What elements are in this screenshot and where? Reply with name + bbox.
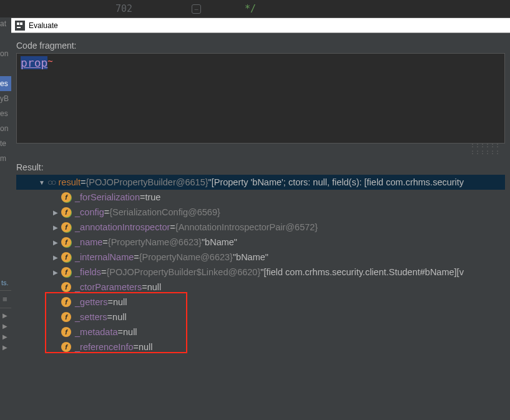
field-value: null: [147, 282, 162, 292]
result-tree[interactable]: ▼ ○○ result = {POJOPropertyBuilder@6615}…: [16, 175, 505, 354]
field-name: _fields: [75, 267, 101, 277]
line-number: 702: [115, 3, 132, 14]
comment-text: */: [245, 3, 256, 14]
tree-row[interactable]: ▶f_fields = {POJOPropertyBuilder$Linked@…: [16, 265, 505, 280]
field-name: _forSerialization: [75, 192, 140, 202]
resize-grip-icon[interactable]: ::::::::::::: [471, 142, 501, 155]
field-value: null: [139, 342, 153, 352]
field-value: "bName": [233, 252, 268, 262]
toolwindow-sidebar-fragment: ts. ≡ ▶▶▶▶: [0, 276, 11, 420]
field-name: _ctorParameters: [75, 282, 142, 292]
tree-row[interactable]: f_setters = null: [16, 310, 505, 325]
tree-row[interactable]: f_metadata = null: [16, 325, 505, 339]
field-type: {POJOPropertyBuilder$Linked@6620}: [106, 267, 260, 277]
field-icon: f: [61, 222, 71, 232]
tree-row[interactable]: ▶f_internalName = {PropertyName@6623} "b…: [16, 250, 505, 265]
field-icon: f: [61, 282, 71, 292]
gutter-icon: –: [192, 4, 201, 14]
evaluate-dialog: Evaluate Code fragment: prop~ ::::::::::…: [11, 17, 510, 420]
expand-arrow-icon[interactable]: ▶: [51, 254, 60, 261]
field-icon: f: [61, 237, 71, 247]
field-name: _metadata: [75, 327, 118, 337]
field-name: _getters: [75, 297, 107, 307]
field-name: _internalName: [75, 252, 134, 262]
tree-row[interactable]: f_referenceInfo = null: [16, 339, 505, 354]
field-name: _name: [75, 237, 102, 247]
field-value: null: [112, 312, 127, 322]
field-icon: f: [61, 312, 71, 322]
error-squiggle: ~: [47, 56, 51, 66]
tree-row[interactable]: f_ctorParameters = null: [16, 280, 505, 295]
code-text: prop: [21, 56, 47, 69]
field-icon: f: [61, 327, 71, 337]
field-type: {SerializationConfig@6569}: [109, 207, 220, 217]
field-icon: f: [61, 252, 71, 262]
svg-rect-1: [17, 22, 19, 25]
field-type: {PropertyName@6623}: [108, 237, 202, 247]
field-value: true: [145, 192, 160, 202]
glasses-icon: ○○: [47, 177, 55, 187]
tree-row[interactable]: f_getters = null: [16, 295, 505, 310]
svg-rect-3: [17, 27, 21, 28]
field-icon: f: [61, 267, 71, 277]
field-value: null: [113, 297, 127, 307]
field-name: _annotationIntrospector: [75, 222, 170, 232]
expand-arrow-icon[interactable]: ▶: [51, 269, 60, 276]
field-icon: f: [61, 207, 71, 217]
expand-arrow-icon[interactable]: ▼: [37, 179, 46, 186]
field-value: "[field com.crhms.security.client.Studen…: [260, 267, 464, 277]
field-name: _setters: [75, 312, 107, 322]
tree-row[interactable]: ▶f_annotationIntrospector = {AnnotationI…: [16, 220, 505, 235]
field-name: _referenceInfo: [75, 342, 134, 352]
field-icon: f: [61, 297, 71, 307]
expand-arrow-icon[interactable]: ▶: [51, 224, 60, 231]
field-type: {AnnotationIntrospectorPair@6572}: [175, 222, 318, 232]
expand-arrow-icon[interactable]: ▶: [51, 209, 60, 216]
dialog-titlebar[interactable]: Evaluate: [11, 18, 510, 33]
code-fragment-label: Code fragment:: [16, 41, 505, 51]
tree-root-row[interactable]: ▼ ○○ result = {POJOPropertyBuilder@6615}…: [16, 175, 505, 190]
field-name: _config: [75, 207, 104, 217]
field-value: "bName": [202, 237, 237, 247]
tree-row[interactable]: ▶f_name = {PropertyName@6623} "bName": [16, 235, 505, 250]
app-icon: [15, 21, 25, 31]
expand-arrow-icon[interactable]: ▶: [51, 239, 60, 246]
field-icon: f: [61, 192, 71, 202]
field-type: {PropertyName@6623}: [139, 252, 233, 262]
svg-rect-2: [20, 22, 22, 25]
field-icon: f: [61, 342, 71, 352]
code-fragment-input[interactable]: prop~ ::::::::::::: [16, 53, 505, 144]
tree-row[interactable]: f_forSerialization = true: [16, 190, 505, 205]
dialog-title: Evaluate: [29, 21, 58, 30]
result-label: Result:: [16, 162, 505, 172]
tree-row[interactable]: ▶f_config = {SerializationConfig@6569}: [16, 205, 505, 220]
field-value: null: [123, 327, 137, 337]
editor-background: 702 – */: [0, 0, 510, 17]
